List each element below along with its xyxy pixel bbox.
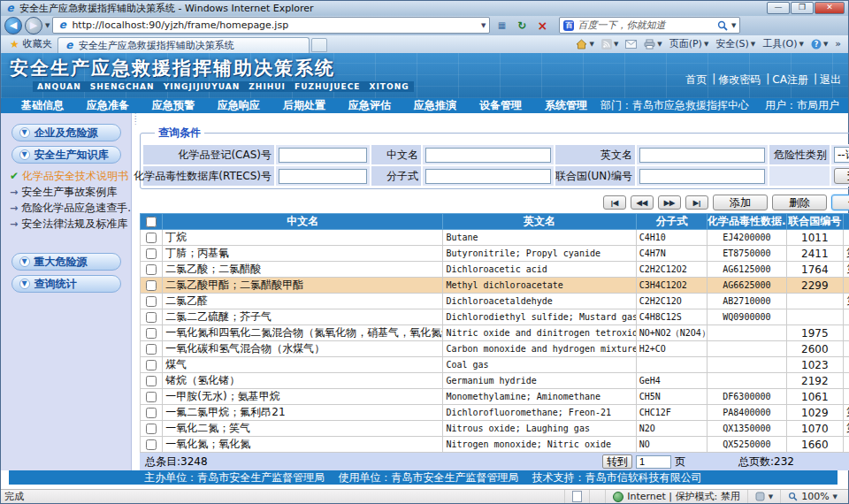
print-button[interactable]: ▼ xyxy=(644,39,662,50)
delete-button[interactable]: 删除 xyxy=(772,195,827,210)
column-header[interactable]: 化学品毒性数据.. xyxy=(708,214,787,230)
row-checkbox[interactable] xyxy=(146,328,157,339)
column-header[interactable]: 联合国编号 xyxy=(786,214,843,230)
nav-item[interactable]: 设备管理 xyxy=(479,98,522,113)
search-input[interactable]: 百 百度一下，你就知道 ▼ xyxy=(559,17,740,34)
first-page-button[interactable]: |◀ xyxy=(603,195,626,210)
table-row[interactable]: 煤气Coal gas1023第2.3类 毒性气体 xyxy=(141,357,849,373)
table-row[interactable]: 一氟二氯甲烷；氟利昂21Dichlorofluoromethane; Freon… xyxy=(141,405,849,421)
banner-link[interactable]: 修改密码 xyxy=(718,73,761,88)
splitter-handle[interactable]: ⋮⋮⋮ xyxy=(132,113,139,470)
table-row[interactable]: 二氯二乙硫醚；芥子气Dichlorodiethyl sulfide; Musta… xyxy=(141,309,849,325)
search-icon[interactable] xyxy=(717,20,728,31)
table-row[interactable]: 丁腈；丙基氰Butyronitrile; Propyl cyanideC4H7N… xyxy=(141,246,849,262)
sidebar-item[interactable]: →安全生产事故案例库 xyxy=(10,184,131,200)
nav-item[interactable]: 后期处置 xyxy=(283,98,325,113)
status-filter-segment[interactable]: ▼ xyxy=(747,490,780,503)
goto-page-button[interactable]: 转到 xyxy=(602,454,632,469)
tools-menu-button[interactable]: 工具(O)▼ xyxy=(762,37,804,50)
add-button[interactable]: 添加 xyxy=(713,195,768,210)
nav-item[interactable]: 应急响应 xyxy=(218,98,260,113)
next-page-button[interactable]: ▶▶ xyxy=(658,195,681,210)
banner-link[interactable]: CA注册 xyxy=(772,73,808,88)
last-page-button[interactable]: ▶| xyxy=(685,195,708,210)
row-checkbox[interactable] xyxy=(146,248,157,259)
page-number-input[interactable] xyxy=(636,455,671,469)
banner-link[interactable]: 退出 xyxy=(820,73,841,88)
row-checkbox[interactable] xyxy=(146,424,157,434)
row-checkbox[interactable] xyxy=(146,280,157,291)
sidebar-item[interactable]: →危险化学品应急速查手... xyxy=(10,200,131,216)
column-header[interactable]: 中文名 xyxy=(163,214,443,230)
mail-button[interactable] xyxy=(625,40,637,49)
row-checkbox[interactable] xyxy=(146,296,157,307)
prev-page-button[interactable]: ◀◀ xyxy=(631,195,654,210)
row-checkbox[interactable] xyxy=(146,408,157,418)
history-dropdown-icon[interactable]: ▼ xyxy=(45,22,50,29)
column-header[interactable]: 分子式 xyxy=(636,214,707,230)
modify-button[interactable]: 修改 xyxy=(831,195,849,210)
sidebar-item[interactable]: ✔化学品安全技术说明书 xyxy=(10,168,131,184)
feeds-button[interactable]: ▼ xyxy=(601,39,618,50)
cas-input[interactable] xyxy=(279,148,367,163)
search-dropdown-icon[interactable]: ▼ xyxy=(731,22,736,29)
row-checkbox[interactable] xyxy=(146,233,157,243)
feeds-dropdown-icon[interactable]: ▼ xyxy=(614,41,618,48)
address-dropdown-icon[interactable]: ▼ xyxy=(481,22,486,29)
cn-name-input[interactable] xyxy=(425,148,551,163)
formula-input[interactable] xyxy=(425,169,551,184)
row-checkbox[interactable] xyxy=(146,439,157,450)
new-tab-button[interactable] xyxy=(311,38,327,52)
close-button[interactable]: ✕ xyxy=(815,2,845,14)
page-menu-button[interactable]: 页面(P)▼ xyxy=(669,37,709,50)
browser-tab[interactable]: e 安全生产应急救援指挥辅助决策系统 xyxy=(57,37,310,53)
nav-item[interactable]: 系统管理 xyxy=(545,98,587,113)
home-button[interactable]: ▼ xyxy=(576,39,593,50)
un-number-input[interactable] xyxy=(639,169,765,184)
column-header[interactable]: 危险性类别 xyxy=(844,214,849,230)
favorites-button[interactable]: ★ 收藏夹 xyxy=(4,35,57,53)
row-checkbox[interactable] xyxy=(146,264,157,275)
sidebar-group-knowledge-base[interactable]: ▼ 安全生产知识库 xyxy=(11,146,121,164)
refresh-button[interactable]: ↻ xyxy=(513,17,531,34)
en-name-input[interactable] xyxy=(639,148,765,163)
back-button[interactable]: ◀ xyxy=(4,17,22,34)
sidebar-group-major-hazard[interactable]: ▼ 重大危险源 xyxy=(11,253,121,271)
compatibility-view-button[interactable]: ▦ xyxy=(493,17,510,34)
table-row[interactable]: 一氧化二氮；笑气Nitrous oxide; Laughing gasN2OQX… xyxy=(141,421,849,437)
more-commands-button[interactable]: » xyxy=(835,38,841,50)
home-dropdown-icon[interactable]: ▼ xyxy=(589,41,593,48)
nav-item[interactable]: 应急准备 xyxy=(87,98,129,113)
sidebar-group-enterprise-hazard[interactable]: ▼ 企业及危险源 xyxy=(11,124,121,141)
zoom-control[interactable]: 100% ▼ xyxy=(780,490,845,503)
row-checkbox[interactable] xyxy=(146,392,157,402)
nav-item[interactable]: 应急预警 xyxy=(152,98,195,113)
sidebar-group-query-stats[interactable]: ▼ 查询统计 xyxy=(11,275,121,293)
print-dropdown-icon[interactable]: ▼ xyxy=(657,41,662,48)
address-input[interactable]: e http://localhost:90/yjzh/frame/homepag… xyxy=(52,17,490,34)
nav-item[interactable]: 基础信息 xyxy=(21,98,64,113)
minimize-button[interactable]: — xyxy=(767,2,790,14)
safety-menu-button[interactable]: 安全(S)▼ xyxy=(715,37,755,50)
table-row[interactable]: 丁烷ButaneC4H10EJ42000001011第2.1类 易燃气体 xyxy=(141,230,849,246)
maximize-button[interactable]: ❐ xyxy=(791,2,814,14)
row-checkbox[interactable] xyxy=(146,360,157,370)
nav-item[interactable]: 应急评估 xyxy=(348,98,391,113)
table-row[interactable]: 锗烷（氢化锗）Germanium hydrideGeH42192第2.3类 毒性… xyxy=(141,373,849,389)
table-row[interactable]: 二氯乙酸甲酯；二氯醋酸甲酯Methyl dichloroacetateC3H4C… xyxy=(141,278,849,294)
column-header[interactable]: 英文名 xyxy=(443,214,636,230)
rtecs-input[interactable] xyxy=(279,169,367,184)
help-button[interactable]: ?▼ xyxy=(811,39,828,50)
search-button[interactable]: 查询 xyxy=(834,168,849,184)
row-checkbox[interactable] xyxy=(146,344,157,355)
sidebar-item[interactable]: →安全法律法规及标准库 xyxy=(10,216,131,232)
select-all-checkbox[interactable] xyxy=(146,217,157,227)
hazard-class-select[interactable]: --请选择-- ▼ xyxy=(834,147,849,163)
table-row[interactable]: 二氯乙醛DichloroacetaldehydeC2H2C12OAB271000… xyxy=(141,294,849,309)
table-row[interactable]: 一氧化氮；氧化氮Nitrogen monoxide; Nitric oxideN… xyxy=(141,437,849,453)
table-row[interactable]: 一氧化氮和四氧化二氮混合物（氮氧化物，硝基气，氧化氮气体）Nitric oxid… xyxy=(141,325,849,341)
table-row[interactable]: 二氯乙酸；二氯醋酸Dichloroacetic acidC2H2C12O2AG6… xyxy=(141,262,849,278)
row-checkbox[interactable] xyxy=(146,312,157,323)
banner-link[interactable]: 首页 xyxy=(685,73,707,88)
forward-button[interactable]: ▶ xyxy=(25,17,42,34)
